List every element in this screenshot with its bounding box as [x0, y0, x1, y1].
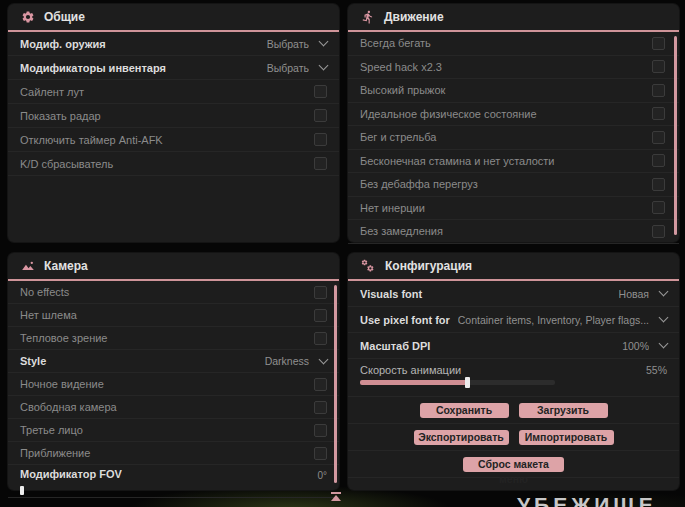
- gear-icon: [21, 10, 35, 24]
- settings-row: Без замедления: [348, 220, 679, 244]
- setting-label: Бесконечная стамина и нет усталости: [360, 155, 555, 167]
- setting-label: No effects: [20, 286, 69, 298]
- setting-label: Скорость анимации: [360, 364, 461, 376]
- settings-rows: Модиф. оружияВыбратьМодификаторы инвента…: [8, 32, 339, 176]
- setting-label: Visuals font: [360, 288, 422, 300]
- settings-row: No effects: [8, 281, 339, 304]
- settings-row: Нет инерции: [348, 197, 679, 221]
- panel-general: Общие Модиф. оружияВыбратьМодификаторы и…: [8, 4, 339, 242]
- scrollbar[interactable]: [674, 36, 677, 235]
- triangle-up-icon: [331, 495, 341, 501]
- setting-label: Показать радар: [20, 110, 101, 122]
- setting-label: Speed hack x2.3: [360, 61, 442, 73]
- settings-row: Приближение: [8, 442, 339, 465]
- settings-row: Бег и стрельба: [348, 126, 679, 150]
- dropdown-style[interactable]: Darkness: [265, 355, 327, 367]
- setting-label: Модиф. оружия: [20, 38, 106, 50]
- landscape-icon: [21, 259, 35, 273]
- checkbox-inf-stamina[interactable]: [652, 154, 665, 167]
- checkbox-free-camera[interactable]: [314, 401, 327, 414]
- checkbox-thermal-vision[interactable]: [314, 332, 327, 345]
- import-button[interactable]: Импортировать: [519, 430, 614, 445]
- setting-label: Масштаб DPI: [360, 340, 430, 352]
- settings-row: Масштаб DPI100%: [348, 333, 679, 359]
- settings-row: Ночное видение: [8, 373, 339, 396]
- settings-row: Сайлент лут: [8, 80, 339, 104]
- panel-header: Общие: [8, 4, 339, 32]
- reset-menu-layout-button[interactable]: Сброс макета меню: [463, 457, 564, 472]
- runner-icon: [361, 10, 375, 24]
- settings-rows: Visuals fontНоваяUse pixel font forConta…: [348, 281, 679, 359]
- checkbox-no-helmet[interactable]: [314, 309, 327, 322]
- panel-title: Камера: [44, 259, 88, 273]
- checkbox-anti-afk[interactable]: [314, 133, 327, 146]
- setting-label: Модификатор FOV: [20, 468, 122, 480]
- checkbox-show-radar[interactable]: [314, 109, 327, 122]
- load-button[interactable]: Загрузить: [519, 403, 608, 418]
- settings-row: K/D сбрасыватель: [8, 152, 339, 176]
- slider-handle[interactable]: [20, 486, 24, 495]
- settings-row: Speed hack x2.3: [348, 56, 679, 80]
- dropdown-pixel-font[interactable]: Container items, Inventory, Player flags…: [458, 314, 667, 326]
- button-row: Экспортировать Импортировать: [348, 424, 679, 451]
- checkbox-speed-hack[interactable]: [652, 60, 665, 73]
- setting-label: Нет инерции: [360, 202, 425, 214]
- setting-label: Отключить таймер Anti-AFK: [20, 134, 163, 146]
- animation-speed-row: Скорость анимации 55%: [348, 359, 679, 397]
- setting-label: Use pixel font for: [360, 314, 450, 326]
- settings-row: Идеальное физическое состояние: [348, 103, 679, 127]
- setting-label: Всегда бегать: [360, 37, 431, 49]
- checkbox-no-overweight[interactable]: [652, 178, 665, 191]
- checkbox-perfect-phys[interactable]: [652, 107, 665, 120]
- panel-camera: Камера No effectsНет шлемаТепловое зрени…: [8, 253, 339, 490]
- checkbox-no-slowdown[interactable]: [652, 225, 665, 238]
- fov-value: 0°: [317, 470, 327, 481]
- checkbox-kd-reset[interactable]: [314, 157, 327, 170]
- slider-handle[interactable]: [465, 377, 470, 388]
- setting-label: Идеальное физическое состояние: [360, 108, 537, 120]
- settings-row: Модиф. оружияВыбрать: [8, 32, 339, 56]
- dropdown-value: Выбрать: [267, 38, 309, 50]
- panel-resize-grip[interactable]: [331, 492, 341, 501]
- setting-label: Свободная камера: [20, 401, 117, 413]
- scrollbar[interactable]: [334, 285, 337, 483]
- location-title: УБЕЖИЩЕ: [517, 493, 657, 507]
- dropdown-inventory-mods[interactable]: Выбрать: [267, 62, 327, 74]
- animation-speed-slider[interactable]: [360, 380, 555, 385]
- settings-row: Показать радар: [8, 104, 339, 128]
- dropdown-visuals-font[interactable]: Новая: [619, 288, 667, 300]
- checkbox-always-run[interactable]: [652, 37, 665, 50]
- export-button[interactable]: Экспортировать: [414, 430, 509, 445]
- checkbox-high-jump[interactable]: [652, 84, 665, 97]
- setting-label: Модификаторы инвентаря: [20, 62, 166, 74]
- settings-rows: Всегда бегатьSpeed hack x2.3Высокий прыж…: [348, 32, 679, 244]
- chevron-down-icon: [319, 61, 329, 71]
- checkbox-no-effects[interactable]: [314, 286, 327, 299]
- chevron-down-icon: [659, 287, 669, 297]
- animation-speed-value: 55%: [646, 364, 667, 376]
- setting-label: Без замедления: [360, 225, 443, 237]
- checkbox-run-and-shoot[interactable]: [652, 131, 665, 144]
- dropdown-weapon-mods[interactable]: Выбрать: [267, 38, 327, 50]
- settings-row: Бесконечная стамина и нет усталости: [348, 150, 679, 174]
- settings-row: Без дебаффа перегруз: [348, 173, 679, 197]
- checkbox-night-vision[interactable]: [314, 378, 327, 391]
- panel-movement: Движение Всегда бегатьSpeed hack x2.3Выс…: [348, 4, 679, 242]
- checkbox-zoom[interactable]: [314, 447, 327, 460]
- chevron-down-icon: [319, 354, 329, 364]
- checkbox-no-inertia[interactable]: [652, 201, 665, 214]
- slider-fill: [360, 380, 467, 385]
- settings-rows: No effectsНет шлемаТепловое зрениеStyleD…: [8, 281, 339, 465]
- settings-row: Свободная камера: [8, 396, 339, 419]
- checkbox-silent-loot[interactable]: [314, 85, 327, 98]
- save-button[interactable]: Сохранить: [420, 403, 509, 418]
- panel-header: Движение: [348, 4, 679, 32]
- settings-row: Отключить таймер Anti-AFK: [8, 128, 339, 152]
- dropdown-dpi-scale[interactable]: 100%: [622, 340, 667, 352]
- checkbox-third-person[interactable]: [314, 424, 327, 437]
- setting-label: Высокий прыжок: [360, 84, 445, 96]
- setting-label: K/D сбрасыватель: [20, 158, 113, 170]
- settings-row: Use pixel font forContainer items, Inven…: [348, 307, 679, 333]
- gears-icon: [361, 259, 376, 274]
- settings-row: Третье лицо: [8, 419, 339, 442]
